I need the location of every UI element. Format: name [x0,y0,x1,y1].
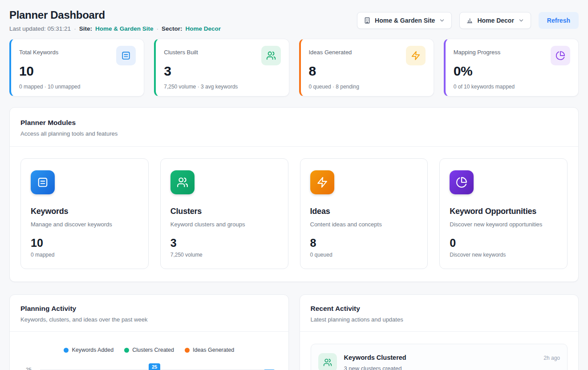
recent-activity-title: Recent Activity [311,305,568,313]
refresh-button[interactable]: Refresh [539,12,579,29]
users-icon [318,353,337,370]
module-title: Clusters [170,207,278,216]
planning-activity-chart: 25 25 24 [20,360,278,370]
planner-modules-panel: Planner Modules Access all planning tool… [9,107,579,282]
legend-dot-icon [64,348,69,353]
document-icon [31,170,55,194]
chart-legend: Keywords Added Clusters Created Ideas Ge… [20,347,278,353]
stat-label: Clusters Built [164,46,198,56]
module-description: Content ideas and concepts [310,221,418,228]
planning-activity-subtitle: Keywords, clusters, and ideas over the p… [20,316,278,323]
users-icon [170,170,195,194]
stat-card-mapping-progress: Mapping Progress 0% 0 of 10 keywords map… [444,39,579,97]
recent-activity-subtitle: Latest planning actions and updates [311,316,568,323]
planner-dashboard-page: Planner Dashboard Last updated: 05:31:21… [0,0,588,370]
recent-activity-card: Recent Activity Latest planning actions … [300,294,579,370]
sector-selector-dropdown[interactable]: Home Decor [459,12,531,29]
stat-card-total-keywords: Total Keywords 10 0 mapped · 10 unmapped [9,39,144,97]
legend-label: Clusters Created [132,347,174,353]
bottom-row: Planning Activity Keywords, clusters, an… [9,294,579,370]
header-left: Planner Dashboard Last updated: 05:31:21… [9,9,221,32]
y-axis-tick: 25 [26,367,32,370]
module-subtext: 7,250 volume [170,252,278,258]
module-value: 0 [450,237,557,249]
legend-item-clusters-created: Clusters Created [124,347,174,353]
stat-label: Ideas Generated [309,46,352,56]
module-value: 8 [310,237,418,249]
activity-item-title: Keywords Clustered [344,354,406,361]
module-value: 10 [31,237,138,249]
users-icon [261,46,281,65]
chevron-down-icon [518,17,524,24]
activity-item-timestamp: 2h ago [543,355,560,361]
legend-dot-icon [124,348,129,353]
activity-item-text: Keywords Clustered 3 new clusters create… [344,353,406,370]
planning-activity-title: Planning Activity [20,305,278,313]
stat-value: 10 [19,64,136,79]
document-icon [116,46,136,65]
module-card-clusters[interactable]: Clusters Keyword clusters and groups 3 7… [160,158,288,269]
recent-activity-body: Keywords Clustered 3 new clusters create… [300,332,579,370]
stat-card-ideas-generated: Ideas Generated 8 0 queued · 8 pending [299,39,434,97]
page-header: Planner Dashboard Last updated: 05:31:21… [9,9,579,32]
building-icon [364,17,371,24]
activity-item-description: 3 new clusters created [344,365,406,370]
last-updated-text: Last updated: 05:31:21 [9,25,71,32]
site-link[interactable]: Home & Garden Site [95,25,154,32]
module-description: Discover new keyword opportunities [450,221,557,228]
stat-subtext: 0 mapped · 10 unmapped [19,84,136,90]
planning-activity-body: Keywords Added Clusters Created Ideas Ge… [10,332,288,370]
sector-link[interactable]: Home Decor [185,25,221,32]
planner-modules-header: Planner Modules Access all planning tool… [10,108,578,146]
bolt-icon [406,46,426,65]
module-subtext: Discover new keywords [450,252,557,258]
activity-list-item: Keywords Clustered 3 new clusters create… [311,344,568,370]
legend-label: Ideas Generated [193,347,234,353]
module-title: Ideas [310,207,418,216]
legend-label: Keywords Added [72,347,114,353]
header-actions: Home & Garden Site Home Decor Refresh [357,12,579,29]
stat-subtext: 0 queued · 8 pending [309,84,426,90]
stat-label: Total Keywords [19,46,58,56]
bar-chart-icon [466,17,473,24]
module-subtext: 0 mapped [31,252,138,258]
pie-chart-icon [551,46,570,65]
stat-subtext: 7,250 volume · 3 avg keywords [164,84,280,90]
stat-label: Mapping Progress [454,46,501,56]
stat-subtext: 0 of 10 keywords mapped [454,84,570,90]
recent-activity-header: Recent Activity Latest planning actions … [300,295,579,332]
pie-chart-icon [450,170,474,194]
chevron-down-icon [439,17,445,24]
meta-separator: · [156,25,158,32]
planning-activity-header: Planning Activity Keywords, clusters, an… [10,295,288,332]
sector-label: Sector: [162,25,182,32]
module-card-keyword-opportunities[interactable]: Keyword Opportunities Discover new keywo… [439,158,568,269]
module-card-keywords[interactable]: Keywords Manage and discover keywords 10… [20,158,149,269]
sector-selector-label: Home Decor [477,17,514,24]
site-selector-label: Home & Garden Site [375,17,435,24]
stat-value: 0% [454,64,570,79]
module-value: 3 [170,237,278,249]
bolt-icon [310,170,334,194]
stats-row: Total Keywords 10 0 mapped · 10 unmapped… [9,39,579,97]
legend-item-keywords-added: Keywords Added [64,347,114,353]
modules-row: Keywords Manage and discover keywords 10… [10,147,578,282]
data-point-label: 25 [149,363,160,370]
legend-dot-icon [185,348,190,353]
module-description: Manage and discover keywords [31,221,138,228]
planner-modules-title: Planner Modules [20,119,568,127]
module-subtext: 0 queued [310,252,418,258]
planning-activity-card: Planning Activity Keywords, clusters, an… [9,294,289,370]
legend-item-ideas-generated: Ideas Generated [185,347,234,353]
stat-value: 3 [164,64,280,79]
meta-separator: · [74,25,76,32]
page-meta: Last updated: 05:31:21 · Site: Home & Ga… [9,25,221,32]
planner-modules-subtitle: Access all planning tools and features [20,130,568,137]
module-title: Keywords [31,207,138,216]
stat-value: 8 [309,64,426,79]
page-title: Planner Dashboard [9,9,221,21]
site-selector-dropdown[interactable]: Home & Garden Site [357,12,452,29]
module-card-ideas[interactable]: Ideas Content ideas and concepts 8 0 que… [300,158,428,269]
stat-card-clusters-built: Clusters Built 3 7,250 volume · 3 avg ke… [154,39,289,97]
module-description: Keyword clusters and groups [170,221,278,228]
